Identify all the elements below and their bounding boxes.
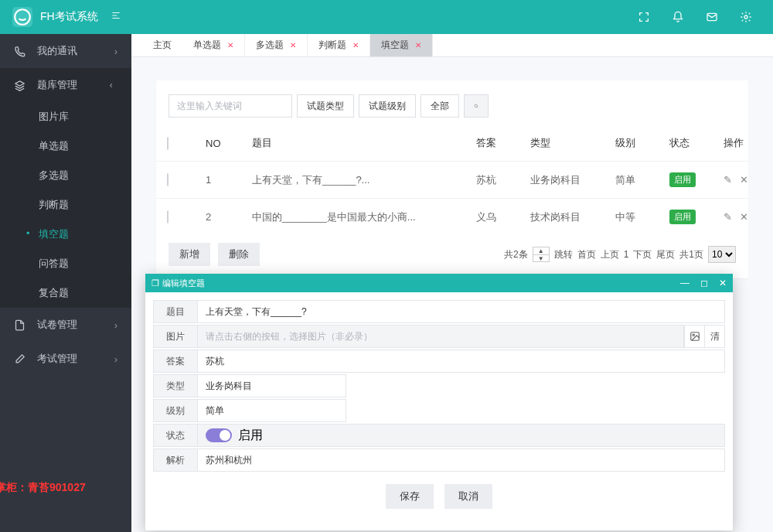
col-no: NO: [206, 138, 252, 149]
sidebar-item-paper-mgmt[interactable]: 试卷管理 ›: [0, 308, 131, 342]
chevron-right-icon: ›: [114, 319, 117, 331]
watermark: 掌柜：青苔901027: [0, 481, 86, 495]
close-icon[interactable]: ✕: [227, 41, 233, 49]
label-type: 类型: [153, 374, 198, 397]
close-icon[interactable]: ✕: [415, 41, 421, 49]
cell-answer: 苏杭: [476, 173, 530, 187]
save-button[interactable]: 保存: [386, 484, 434, 509]
add-button[interactable]: 新增: [169, 243, 210, 266]
minimize-icon[interactable]: —: [680, 278, 690, 288]
col-status: 状态: [669, 136, 724, 150]
select-all-checkbox[interactable]: [167, 137, 169, 150]
label-level: 级别: [153, 399, 198, 422]
menu-toggle-icon[interactable]: [111, 10, 121, 24]
sidebar-sub-qa[interactable]: 问答题: [0, 249, 131, 278]
tab-multi-choice[interactable]: 多选题✕: [245, 34, 308, 56]
field-level[interactable]: 简单: [198, 399, 346, 422]
sidebar: 我的通讯 › 题库管理 ⌄ 图片库 单选题 多选题 判断题 填空题 问答题 复合…: [0, 34, 131, 532]
field-type[interactable]: 业务岗科目: [198, 374, 346, 397]
field-analysis[interactable]: 苏州和杭州: [198, 448, 725, 472]
field-answer[interactable]: 苏杭: [198, 350, 725, 373]
edit-icon[interactable]: ✎: [724, 174, 732, 186]
clear-image-button[interactable]: 清: [704, 326, 724, 347]
label-title: 题目: [153, 300, 198, 323]
cancel-button[interactable]: 取消: [444, 484, 492, 509]
tab-fill-blank[interactable]: 填空题✕: [370, 34, 433, 56]
svg-point-0: [15, 9, 30, 25]
sidebar-item-question-bank[interactable]: 题库管理 ⌄: [0, 68, 131, 102]
field-title[interactable]: 上有天堂，下有______?: [198, 300, 725, 323]
question-type-button[interactable]: 试题类型: [297, 94, 354, 118]
label-answer: 答案: [153, 350, 198, 373]
edit-icon[interactable]: ✎: [724, 211, 732, 223]
pager-next[interactable]: 下页: [633, 248, 652, 261]
status-toggle[interactable]: [206, 428, 232, 442]
sidebar-sub-judge[interactable]: 判断题: [0, 190, 131, 220]
delete-icon[interactable]: ✕: [740, 174, 748, 186]
cell-type: 技术岗科目: [530, 210, 615, 224]
field-image[interactable]: 请点击右侧的按钮，选择图片（非必录）: [198, 325, 684, 348]
question-level-button[interactable]: 试题级别: [359, 94, 416, 118]
keyword-input[interactable]: [169, 94, 292, 118]
image-icon: [690, 331, 700, 342]
cell-level: 中等: [615, 210, 669, 224]
logo-icon: [12, 7, 32, 27]
cell-answer: 义乌: [476, 210, 530, 224]
pager-prev[interactable]: 上页: [601, 248, 619, 261]
all-button[interactable]: 全部: [421, 94, 459, 118]
modal-title-text: 编辑填空题: [162, 278, 205, 289]
select-image-button[interactable]: [684, 326, 704, 347]
sidebar-item-contacts[interactable]: 我的通讯 ›: [0, 34, 131, 68]
modal-titlebar[interactable]: ❐ 编辑填空题 — ◻ ✕: [145, 274, 733, 292]
cell-title: 上有天堂，下有______?...: [252, 173, 476, 187]
pager-jump[interactable]: 跳转: [554, 248, 573, 261]
close-icon[interactable]: ✕: [352, 41, 359, 49]
tab-label: 判断题: [318, 39, 346, 52]
tab-label: 多选题: [256, 39, 284, 52]
status-text: 启用: [238, 428, 263, 444]
window-icon: ❐: [152, 278, 159, 288]
delete-icon[interactable]: ✕: [740, 211, 748, 223]
close-icon[interactable]: ✕: [290, 41, 296, 49]
cell-no: 2: [206, 211, 252, 223]
spin-down-icon[interactable]: ▼: [533, 255, 549, 262]
cell-no: 1: [206, 174, 252, 186]
field-status: 启用: [198, 424, 725, 447]
app-title: FH考试系统: [40, 10, 98, 24]
mail-icon[interactable]: [705, 10, 719, 24]
col-ops: 操作: [724, 136, 773, 150]
pager-pages: 共1页: [679, 248, 703, 261]
delete-button[interactable]: 删除: [218, 243, 260, 266]
pager-first[interactable]: 首页: [577, 248, 596, 261]
gear-icon[interactable]: [739, 10, 753, 24]
col-type: 类型: [530, 136, 615, 150]
row-ops: ✎✕: [724, 211, 773, 223]
page-size-select[interactable]: 10: [708, 246, 736, 263]
tab-single-choice[interactable]: 单选题✕: [182, 34, 245, 56]
bell-icon[interactable]: [671, 10, 685, 24]
tab-judge[interactable]: 判断题✕: [308, 34, 370, 56]
sidebar-sub-single-choice[interactable]: 单选题: [0, 131, 131, 161]
table-row: 2 中国的________是中国最大的小商... 义乌 技术岗科目 中等 启用 …: [156, 198, 748, 235]
search-button[interactable]: [464, 94, 489, 118]
page-spinner[interactable]: ▲▼: [533, 247, 550, 262]
sidebar-sub-composite[interactable]: 复合题: [0, 278, 131, 308]
pager-last[interactable]: 尾页: [656, 248, 675, 261]
spin-up-icon[interactable]: ▲: [533, 247, 549, 255]
close-icon[interactable]: ✕: [719, 278, 727, 288]
table-footer: 新增 删除 共2条 ▲▼ 跳转 首页 上页 1 下页 尾页 共1页 10: [156, 235, 748, 272]
tab-home[interactable]: 主页: [142, 34, 182, 56]
sidebar-item-label: 考试管理: [37, 352, 77, 366]
sidebar-sub-multi-choice[interactable]: 多选题: [0, 161, 131, 190]
sidebar-sub-image-lib[interactable]: 图片库: [0, 102, 131, 131]
sidebar-item-label: 试卷管理: [37, 318, 77, 332]
tab-label: 填空题: [381, 39, 409, 52]
row-checkbox[interactable]: [167, 210, 169, 223]
sidebar-sublist: 图片库 单选题 多选题 判断题 填空题 问答题 复合题: [0, 102, 131, 308]
sidebar-sub-fill-blank[interactable]: 填空题: [0, 220, 131, 249]
maximize-icon[interactable]: ◻: [700, 278, 708, 288]
sidebar-item-exam-mgmt[interactable]: 考试管理 ›: [0, 342, 131, 376]
modal-footer: 保存 取消: [153, 473, 725, 523]
fullscreen-icon[interactable]: [637, 10, 651, 24]
row-checkbox[interactable]: [167, 173, 169, 186]
